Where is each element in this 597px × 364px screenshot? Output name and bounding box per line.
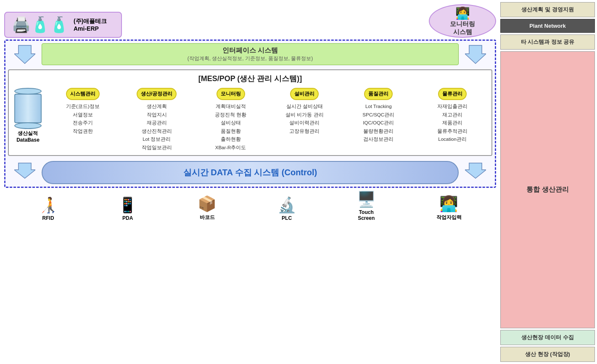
- func-header-2: 모니터링: [217, 88, 245, 100]
- func-item: 출하현황: [215, 135, 246, 144]
- func-item: 서열정보: [66, 111, 100, 119]
- func-columns: 시스템관리기준(코드)정보서열정보전송주기작업권한생산/공정관리생산계획작업지시…: [47, 88, 488, 152]
- func-item: 설비이력관리: [285, 119, 323, 127]
- func-item: 불량현황관리: [362, 127, 394, 136]
- main-container: 🖨️🧴🧴 (주)애플테크 Ami-ERP 👩‍💻 모니터링 시스템: [0, 0, 597, 364]
- db-cylinder: 생산실적 DataBase: [12, 88, 44, 143]
- func-item: 계획대비실적: [215, 103, 246, 111]
- sidebar-box-1: 생산계획 및 경영지원: [500, 2, 595, 17]
- func-item: 작업지시: [142, 111, 172, 119]
- device-label-0: RFID: [42, 215, 54, 221]
- func-item: Lot 정보관리: [142, 135, 172, 144]
- left-arrow-area: [8, 45, 42, 67]
- db-label1: 생산실적: [16, 130, 40, 137]
- arrow-ctrl-right-svg: [465, 162, 486, 179]
- cylinder-top: [14, 88, 42, 95]
- func-item: 품질현황: [215, 127, 246, 136]
- device-label-4: Touch Screen: [358, 209, 375, 221]
- func-item: 기준(코드)정보: [66, 103, 100, 111]
- func-item: 생산계획: [142, 103, 172, 111]
- func-items-1: 생산계획작업지시재공관리생산진척관리Lot 정보관리작업일보관리: [142, 103, 172, 152]
- dashed-outer: 인터페이스 시스템 (작업계획, 생산실적정보, 기준정보, 품질정보, 물류정…: [4, 40, 496, 188]
- device-label-2: 바코드: [200, 214, 215, 221]
- center-area: 🖨️🧴🧴 (주)애플테크 Ami-ERP 👩‍💻 모니터링 시스템: [0, 0, 500, 364]
- func-col-1: 생산/공정관리생산계획작업지시재공관리생산진척관리Lot 정보관리작업일보관리: [121, 88, 193, 152]
- device-0: 🧑‍🦯RFID: [39, 196, 58, 221]
- func-items-5: 자재입출관리재고관리제품관리물류추적관리Location관리: [437, 103, 468, 144]
- func-col-3: 설비관리실시간 설비상태설비 비가동 관리설비이력관리고장유형관리: [269, 88, 340, 152]
- device-2: 📦바코드: [198, 195, 217, 221]
- func-item: 제품관리: [437, 119, 468, 127]
- svg-marker-5: [14, 163, 35, 178]
- device-icon-3: 🔬: [277, 196, 296, 214]
- func-header-4: 품질관리: [364, 88, 393, 100]
- interface-subtitle: (작업계획, 생산실적정보, 기준정보, 품질정보, 물류정보): [45, 55, 455, 62]
- func-item: SPC/SQC관리: [362, 111, 394, 119]
- top-section: 🖨️🧴🧴 (주)애플테크 Ami-ERP 👩‍💻 모니터링 시스템: [4, 4, 496, 38]
- db-label2: DataBase: [16, 137, 40, 144]
- func-header-1: 생산/공정관리: [137, 88, 177, 100]
- interface-row: 인터페이스 시스템 (작업계획, 생산실적정보, 기준정보, 품질정보, 물류정…: [8, 43, 492, 68]
- control-arrows-row: 실시간 DATA 수집 시스템 (Control): [8, 158, 492, 184]
- sidebar-box-5: 생산현장 데이터 수집: [500, 330, 595, 345]
- svg-marker-7: [465, 163, 486, 178]
- device-icon-1: 📱: [118, 196, 137, 214]
- device-icon-2: 📦: [198, 195, 217, 213]
- interface-bar: 인터페이스 시스템 (작업계획, 생산실적정보, 기준정보, 품질정보, 물류정…: [42, 43, 459, 65]
- func-items-0: 기준(코드)정보서열정보전송주기작업권한: [66, 103, 100, 135]
- arrow-control-left: [8, 162, 42, 180]
- device-icon-0: 🧑‍🦯: [39, 196, 58, 214]
- erp-box: 🖨️🧴🧴 (주)애플테크 Ami-ERP: [4, 12, 122, 38]
- svg-marker-3: [465, 45, 486, 63]
- func-item: IQC/OQC관리: [362, 119, 394, 127]
- func-item: 재공관리: [142, 119, 172, 127]
- mes-box: [MES/POP (생산 관리 시스템)] 생산실적 DataBase: [8, 69, 492, 156]
- monitoring-label1: 모니터링: [450, 20, 475, 28]
- svg-marker-1: [14, 45, 35, 63]
- device-3: 🔬PLC: [277, 196, 296, 221]
- func-item: 재고관리: [437, 111, 468, 119]
- erp-name: Ami-ERP: [74, 25, 107, 32]
- func-col-2: 모니터링계획대비실적공정진척 현황설비상태품질현황출하현황XBar-R추이도: [195, 88, 267, 152]
- device-label-3: PLC: [282, 215, 292, 221]
- func-items-3: 실시간 설비상태설비 비가동 관리설비이력관리고장유형관리: [285, 103, 323, 135]
- arrow-right-updown: [465, 45, 486, 66]
- func-item: XBar-R추이도: [215, 144, 246, 152]
- arrow-control-right: [459, 162, 492, 180]
- func-item: 고장유형관리: [285, 127, 323, 136]
- right-arrow-area: [459, 45, 492, 67]
- control-bar: 실시간 DATA 수집 시스템 (Control): [42, 161, 459, 184]
- func-item: 물류추적관리: [437, 127, 468, 136]
- mes-content: 생산실적 DataBase 시스템관리기준(코드)정보서열정보전송주기작업권한생…: [12, 88, 488, 152]
- func-header-0: 시스템관리: [66, 88, 100, 100]
- func-item: 설비상태: [215, 119, 246, 127]
- func-item: 검사정보관리: [362, 135, 394, 144]
- device-icon-4: 🖥️: [357, 190, 376, 208]
- func-item: 작업일보관리: [142, 144, 172, 152]
- sidebar-box-4: 통합 생산관리: [500, 51, 595, 328]
- erp-icon: 🖨️🧴🧴: [12, 16, 69, 34]
- device-label-1: PDA: [122, 215, 133, 221]
- device-label-5: 작업자입력: [436, 214, 462, 221]
- func-items-4: Lot TrackingSPC/SQC관리IQC/OQC관리불량현황관리검사정보…: [362, 103, 394, 144]
- func-item: 생산진척관리: [142, 127, 172, 136]
- func-col-5: 물류관리자재입출관리재고관리제품관리물류추적관리Location관리: [417, 88, 488, 152]
- sidebar-box-3: 타 시스템과 정보 공유: [500, 34, 595, 50]
- monitoring-icon: 👩‍💻: [455, 6, 470, 20]
- func-item: 전송주기: [66, 119, 100, 127]
- arrow-ctrl-left-svg: [14, 162, 35, 179]
- func-items-2: 계획대비실적공정진척 현황설비상태품질현황출하현황XBar-R추이도: [215, 103, 246, 152]
- func-col-4: 품질관리Lot TrackingSPC/SQC관리IQC/OQC관리불량현황관리…: [343, 88, 414, 152]
- func-item: 공정진척 현황: [215, 111, 246, 119]
- monitoring-box: 👩‍💻 모니터링 시스템: [429, 4, 496, 38]
- func-item: Lot Tracking: [362, 103, 394, 111]
- right-sidebar: 생산계획 및 경영지원 Plant Network 타 시스템과 정보 공유 통…: [500, 0, 597, 364]
- cylinder-bottom: [14, 122, 42, 129]
- device-icon-5: 👩‍💻: [439, 195, 458, 213]
- func-item: 실시간 설비상태: [285, 103, 323, 111]
- func-item: Location관리: [437, 135, 468, 144]
- sidebar-box-6: 생산 현장 (작업장): [500, 347, 595, 362]
- db-label: 생산실적 DataBase: [16, 130, 40, 143]
- func-col-0: 시스템관리기준(코드)정보서열정보전송주기작업권한: [47, 88, 119, 152]
- monitoring-label2: 시스템: [453, 28, 472, 36]
